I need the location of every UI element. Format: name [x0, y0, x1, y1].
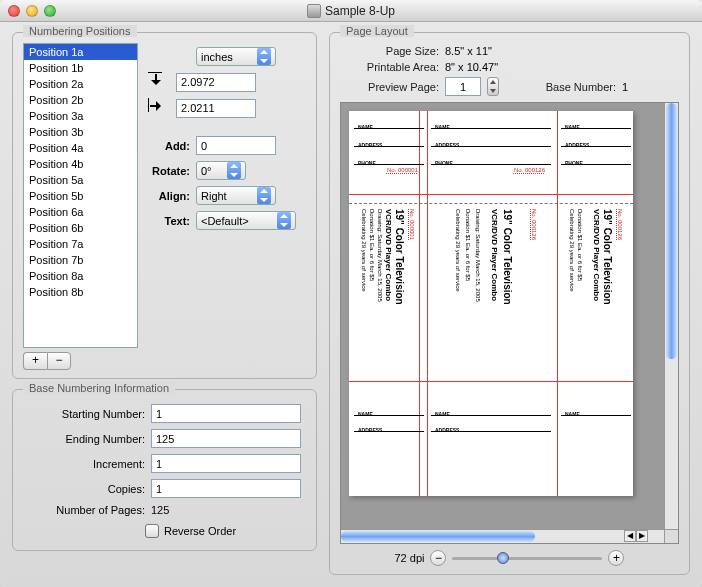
list-item[interactable]: Position 3b: [24, 124, 137, 140]
end-number-input[interactable]: [151, 429, 301, 448]
zoom-slider[interactable]: [452, 557, 602, 560]
list-item[interactable]: Position 4a: [24, 140, 137, 156]
text-select[interactable]: <Default>: [196, 211, 296, 230]
vertical-scrollbar[interactable]: [664, 103, 678, 529]
list-item[interactable]: Position 5a: [24, 172, 137, 188]
base-number-value: 1: [622, 81, 628, 93]
list-item[interactable]: Position 2a: [24, 76, 137, 92]
list-item[interactable]: Position 8b: [24, 284, 137, 300]
list-item[interactable]: Position 7b: [24, 252, 137, 268]
list-item[interactable]: Position 6a: [24, 204, 137, 220]
align-select[interactable]: Right: [196, 186, 276, 205]
positions-list[interactable]: Position 1aPosition 1bPosition 2aPositio…: [23, 43, 138, 348]
preview-page-input[interactable]: [445, 77, 481, 96]
page-count-value: 125: [151, 504, 169, 516]
body: Numbering Positions Position 1aPosition …: [0, 22, 702, 587]
group-title-positions: Numbering Positions: [23, 25, 137, 37]
zoom-out-button[interactable]: −: [430, 550, 446, 566]
list-item[interactable]: Position 4b: [24, 156, 137, 172]
increment-input[interactable]: [151, 454, 301, 473]
x-offset-input[interactable]: [176, 73, 256, 92]
add-input[interactable]: [196, 136, 276, 155]
add-position-button[interactable]: +: [23, 352, 47, 370]
y-offset-input[interactable]: [176, 99, 256, 118]
list-item[interactable]: Position 8a: [24, 268, 137, 284]
rotate-select[interactable]: 0°: [196, 161, 246, 180]
vertical-offset-icon: [148, 72, 170, 92]
list-item[interactable]: Position 3a: [24, 108, 137, 124]
list-item[interactable]: Position 6b: [24, 220, 137, 236]
scroll-left-button[interactable]: ◀: [624, 530, 636, 542]
list-item[interactable]: Position 1b: [24, 60, 137, 76]
page-size-value: 8.5" x 11": [445, 45, 492, 57]
printable-value: 8" x 10.47": [445, 61, 498, 73]
group-title-base: Base Numbering Information: [23, 382, 175, 394]
preview-canvas[interactable]: NAME ADDRESS PHONE No. 000001 NAME ADDRE…: [340, 102, 679, 544]
start-number-input[interactable]: [151, 404, 301, 423]
zoom-in-button[interactable]: +: [608, 550, 624, 566]
list-item[interactable]: Position 7a: [24, 236, 137, 252]
list-item[interactable]: Position 2b: [24, 92, 137, 108]
titlebar: Sample 8-Up: [0, 0, 702, 22]
group-title-layout: Page Layout: [340, 25, 414, 37]
list-item[interactable]: Position 5b: [24, 188, 137, 204]
reverse-order-label: Reverse Order: [164, 525, 236, 537]
scroll-right-button[interactable]: ▶: [636, 530, 648, 542]
list-item[interactable]: Position 1a: [24, 44, 137, 60]
page-preview: NAME ADDRESS PHONE No. 000001 NAME ADDRE…: [349, 111, 633, 496]
doc-icon: [307, 4, 321, 18]
preview-page-stepper[interactable]: [487, 77, 499, 96]
window-title: Sample 8-Up: [0, 4, 702, 18]
horizontal-offset-icon: [148, 98, 170, 118]
copies-input[interactable]: [151, 479, 301, 498]
units-select[interactable]: inches: [196, 47, 276, 66]
window: Sample 8-Up Numbering Positions Position…: [0, 0, 702, 587]
remove-position-button[interactable]: −: [47, 352, 71, 370]
zoom-value: 72 dpi: [395, 552, 425, 564]
horizontal-scrollbar[interactable]: ◀ ▶: [341, 529, 664, 543]
reverse-order-checkbox[interactable]: [145, 524, 159, 538]
